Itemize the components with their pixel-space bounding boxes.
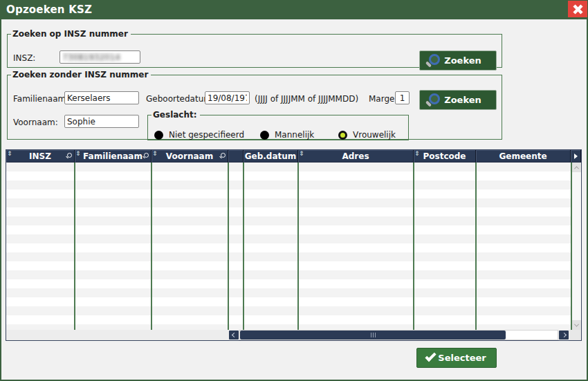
chevron-left-icon bbox=[231, 333, 236, 337]
familienaam-label: Familienaam: bbox=[13, 94, 68, 104]
column-label: INSZ bbox=[29, 151, 51, 161]
sort-icon[interactable]: ⇕ bbox=[414, 150, 420, 157]
title-bar: Opzoeken KSZ bbox=[0, 0, 588, 19]
marge-label: Marge: bbox=[369, 94, 397, 104]
column-search-icon[interactable] bbox=[66, 153, 72, 159]
column-label: Postcode bbox=[423, 151, 466, 161]
familienaam-input[interactable] bbox=[64, 91, 139, 104]
insz-section-legend: Zoeken op INSZ nummer bbox=[11, 29, 131, 39]
geboortedatum-input[interactable] bbox=[205, 91, 250, 104]
column-divider bbox=[74, 162, 75, 330]
radio-mannelijk[interactable]: Mannelijk bbox=[260, 129, 314, 140]
search-without-insz-section: Zoeken zonder INSZ nummer Familienaam: G… bbox=[7, 70, 502, 140]
scroll-left-button[interactable] bbox=[229, 331, 239, 340]
column-divider bbox=[151, 162, 152, 330]
radio-unselected-icon bbox=[154, 131, 163, 140]
column-divider bbox=[413, 162, 414, 330]
scroll-down-button[interactable] bbox=[572, 320, 581, 330]
search-section-legend: Zoeken zonder INSZ nummer bbox=[11, 70, 151, 80]
column-header-gebdatum[interactable]: Geb.datum bbox=[244, 150, 298, 162]
column-header-voornaam[interactable]: ⇕ Voornaam bbox=[151, 150, 228, 162]
column-search-icon[interactable] bbox=[143, 153, 149, 159]
radio-selected-icon bbox=[338, 131, 347, 140]
column-divider bbox=[297, 162, 299, 330]
column-divider bbox=[475, 162, 477, 330]
zoeken-search-button[interactable]: Zoeken bbox=[419, 90, 497, 110]
scrollbar-corner bbox=[570, 330, 581, 340]
chevron-up-icon bbox=[574, 166, 579, 171]
column-label: Geb.datum bbox=[245, 151, 297, 161]
window-title: Opzoeken KSZ bbox=[6, 3, 92, 16]
column-header-familienaam[interactable]: ⇕ Familienaam bbox=[75, 150, 151, 162]
marge-input[interactable] bbox=[395, 91, 410, 104]
checkmark-icon bbox=[425, 351, 436, 362]
column-header-adres[interactable]: ⇕ Adres bbox=[298, 150, 414, 162]
column-header-blank bbox=[228, 150, 244, 162]
chevron-down-icon bbox=[574, 322, 579, 326]
scroll-right-button[interactable] bbox=[559, 331, 569, 340]
horizontal-scrollbar-thumb[interactable] bbox=[240, 331, 506, 340]
scroll-up-button[interactable] bbox=[572, 162, 581, 172]
opzoeken-ksz-dialog: Opzoeken KSZ Zoeken op INSZ nummer INSZ:… bbox=[0, 0, 588, 381]
column-label: Gemeente bbox=[499, 151, 546, 161]
triangle-right-icon bbox=[574, 154, 578, 159]
insz-input[interactable] bbox=[59, 50, 140, 64]
insz-label: INSZ: bbox=[13, 53, 35, 63]
close-icon bbox=[572, 3, 584, 15]
insz-section: Zoeken op INSZ nummer INSZ: Zoeken bbox=[7, 29, 502, 68]
zoeken-insz-button[interactable]: Zoeken bbox=[419, 50, 497, 71]
horizontal-scrollbar[interactable] bbox=[6, 330, 581, 340]
selecteer-button[interactable]: Selecteer bbox=[416, 348, 497, 368]
selecteer-button-label: Selecteer bbox=[438, 353, 486, 363]
column-header-postcode[interactable]: ⇕ Postcode bbox=[414, 150, 476, 162]
chevron-right-icon bbox=[561, 333, 566, 337]
column-divider bbox=[228, 162, 229, 330]
column-header-insz[interactable]: ⇕ INSZ bbox=[6, 150, 75, 162]
geslacht-legend: Geslacht: bbox=[151, 110, 200, 120]
sort-icon[interactable]: ⇕ bbox=[299, 150, 304, 157]
sort-icon[interactable]: ⇕ bbox=[7, 150, 12, 157]
radio-niet-gespecifieerd[interactable]: Niet gespecifieerd bbox=[154, 129, 244, 140]
date-format-hint: (JJJJ of JJJJMM of JJJJMMDD) bbox=[255, 94, 358, 104]
zoeken-search-button-label: Zoeken bbox=[444, 95, 481, 105]
column-label: Voornaam bbox=[166, 151, 213, 161]
sort-icon[interactable]: ⇕ bbox=[75, 150, 81, 157]
sort-icon[interactable]: ⇕ bbox=[152, 150, 158, 157]
zoeken-insz-button-label: Zoeken bbox=[444, 55, 481, 66]
voornaam-label: Voornaam: bbox=[13, 118, 58, 127]
radio-vrouwelijk[interactable]: Vrouwelijk bbox=[338, 129, 396, 140]
geslacht-group: Geslacht: Niet gespecifieerd Mannelijk V… bbox=[147, 110, 409, 140]
radio-mannelijk-label: Mannelijk bbox=[275, 130, 314, 140]
voornaam-input[interactable] bbox=[64, 115, 139, 128]
column-search-icon[interactable] bbox=[219, 153, 226, 159]
magnifier-icon bbox=[425, 54, 439, 68]
radio-unselected-icon bbox=[260, 131, 269, 140]
column-label: Adres bbox=[342, 151, 369, 161]
scrollbar-grip-icon bbox=[373, 333, 374, 337]
table-header: ⇕ INSZ ⇕ Familienaam ⇕ Voornaam Geb.datu… bbox=[6, 150, 581, 162]
magnifier-icon bbox=[425, 93, 439, 107]
column-divider bbox=[243, 162, 244, 330]
table-body[interactable] bbox=[6, 162, 581, 330]
vertical-scrollbar[interactable] bbox=[572, 162, 581, 330]
radio-vrouwelijk-label: Vrouwelijk bbox=[353, 130, 396, 140]
radio-niet-gespecifieerd-label: Niet gespecifieerd bbox=[169, 130, 244, 140]
close-button[interactable] bbox=[568, 1, 587, 17]
column-header-gemeente[interactable]: Gemeente bbox=[476, 150, 571, 162]
column-label: Familienaam bbox=[83, 151, 143, 161]
results-table: ⇕ INSZ ⇕ Familienaam ⇕ Voornaam Geb.datu… bbox=[6, 149, 582, 341]
header-scroll-right-button[interactable] bbox=[571, 150, 581, 162]
